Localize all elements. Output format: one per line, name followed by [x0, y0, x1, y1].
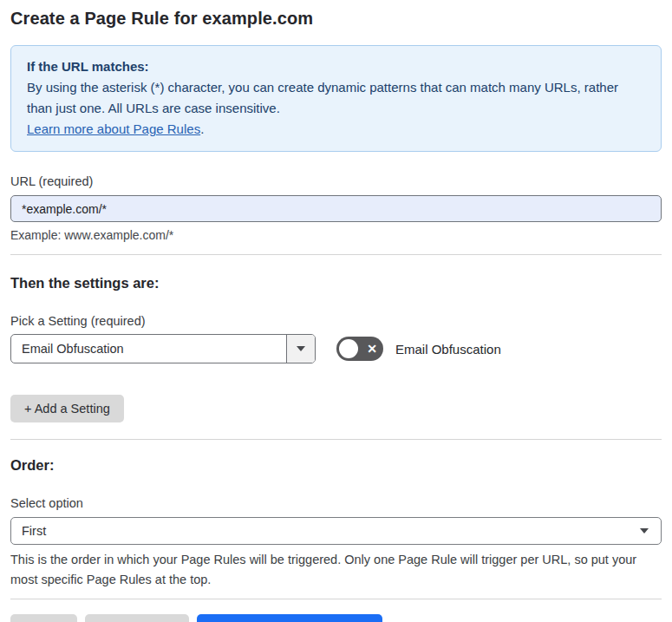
- url-input[interactable]: [10, 195, 662, 222]
- setting-select-arrow-button[interactable]: [286, 335, 315, 363]
- order-select[interactable]: First: [10, 517, 662, 545]
- page-title: Create a Page Rule for example.com: [10, 9, 662, 29]
- link-suffix: .: [200, 121, 204, 136]
- url-match-info-box: If the URL matches: By using the asteris…: [10, 45, 662, 152]
- pick-setting-label: Pick a Setting (required): [10, 314, 662, 328]
- save-deploy-button[interactable]: Save and Deploy Page Rule: [197, 614, 382, 622]
- cancel-button[interactable]: Cancel: [10, 614, 77, 622]
- settings-section-heading: Then the settings are:: [10, 275, 662, 291]
- add-setting-button[interactable]: + Add a Setting: [10, 395, 124, 422]
- chevron-down-icon: [297, 346, 305, 351]
- footer-actions: Cancel Save as Draft Save and Deploy Pag…: [10, 614, 662, 622]
- order-select-value: First: [22, 524, 46, 538]
- info-box-link-line: Learn more about Page Rules.: [27, 119, 645, 140]
- order-help-text: This is the order in which your Page Rul…: [10, 550, 652, 590]
- toggle-label: Email Obfuscation: [395, 342, 501, 357]
- page-rule-form: Create a Page Rule for example.com If th…: [0, 9, 672, 622]
- chevron-down-icon: [640, 528, 649, 534]
- setting-row: Email Obfuscation ✕ Email Obfuscation: [10, 334, 662, 363]
- divider: [10, 254, 662, 255]
- divider: [10, 439, 662, 440]
- setting-select-value: Email Obfuscation: [11, 335, 286, 363]
- email-obfuscation-toggle[interactable]: ✕: [336, 337, 383, 361]
- url-example-text: Example: www.example.com/*: [10, 228, 662, 242]
- order-select-label: Select option: [10, 496, 662, 510]
- setting-select[interactable]: Email Obfuscation: [10, 334, 316, 363]
- info-box-body: By using the asterisk (*) character, you…: [27, 77, 645, 119]
- toggle-off-x-icon: ✕: [367, 343, 377, 355]
- toggle-knob: [339, 339, 358, 358]
- order-section-heading: Order:: [10, 457, 662, 474]
- divider: [10, 599, 662, 599]
- learn-more-link[interactable]: Learn more about Page Rules: [27, 121, 200, 136]
- info-box-heading: If the URL matches:: [27, 56, 645, 77]
- save-draft-button[interactable]: Save as Draft: [85, 614, 189, 622]
- url-field-label: URL (required): [10, 174, 662, 188]
